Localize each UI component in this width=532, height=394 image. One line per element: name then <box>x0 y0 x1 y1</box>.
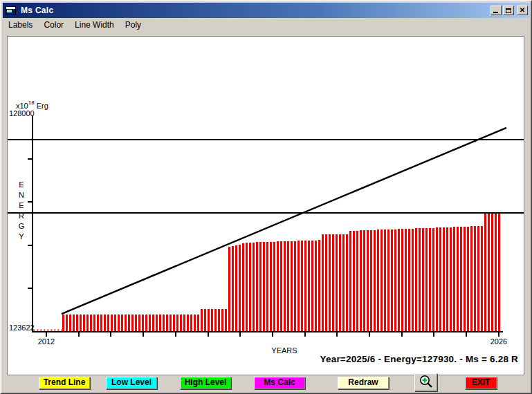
energy-bar <box>118 315 120 331</box>
energy-bar <box>62 315 64 331</box>
energy-bar <box>370 230 372 331</box>
energy-bar <box>232 246 234 331</box>
menu-line-width[interactable]: Line Width <box>75 19 120 31</box>
energy-bar <box>183 315 185 331</box>
energy-bar <box>432 228 434 332</box>
energy-bar <box>253 243 255 332</box>
menu-poly[interactable]: Poly <box>125 19 147 31</box>
high-level-button[interactable]: High Level <box>180 377 231 389</box>
energy-bar <box>208 309 210 331</box>
energy-bar <box>308 241 310 331</box>
x-tick-label-2026: 2026 <box>484 337 514 346</box>
energy-bar <box>228 247 230 331</box>
energy-bar <box>266 242 268 331</box>
energy-bar <box>446 227 448 331</box>
y-axis-max-label: 128000 <box>9 109 35 118</box>
energy-bar <box>287 241 289 331</box>
app-window: Ms Calc ✕ Labels Color Line Width Poly x… <box>0 0 532 394</box>
energy-bar <box>156 315 158 331</box>
energy-bar <box>121 315 123 331</box>
energy-bar <box>322 234 324 331</box>
energy-bar <box>470 226 473 331</box>
energy-bar <box>176 315 178 331</box>
zoom-in-icon <box>419 375 434 390</box>
energy-bar <box>83 315 85 331</box>
low-level-button[interactable]: Low Level <box>106 377 157 389</box>
energy-bar <box>336 234 338 331</box>
energy-bar <box>353 231 355 331</box>
ms-calc-button[interactable]: Ms Calc <box>254 377 305 389</box>
energy-bar <box>291 241 293 331</box>
energy-bar <box>218 309 220 331</box>
redraw-button[interactable]: Redraw <box>338 377 389 389</box>
energy-bar <box>318 240 320 331</box>
energy-bar <box>273 242 275 332</box>
energy-bar <box>377 229 379 331</box>
energy-bar <box>225 309 227 331</box>
energy-bar <box>450 227 452 332</box>
energy-bar <box>367 230 369 331</box>
energy-bar <box>104 315 106 331</box>
minimize-button[interactable] <box>490 6 502 15</box>
energy-bar <box>145 315 147 331</box>
energy-bar <box>66 315 68 331</box>
menu-labels[interactable]: Labels <box>8 19 39 31</box>
energy-bar <box>481 226 483 331</box>
energy-bar <box>329 234 331 331</box>
energy-bar <box>405 229 407 331</box>
close-button[interactable]: ✕ <box>517 6 528 15</box>
energy-bar <box>394 229 396 332</box>
energy-bar <box>246 243 248 331</box>
energy-bar <box>384 229 386 331</box>
energy-bar <box>138 315 140 331</box>
energy-bar <box>163 315 165 331</box>
energy-bar <box>315 241 317 332</box>
energy-bar <box>349 231 351 331</box>
energy-bar <box>180 315 182 331</box>
energy-bar <box>97 315 99 331</box>
energy-bar <box>263 242 265 331</box>
energy-bar <box>457 227 459 331</box>
energy-bar <box>408 229 410 331</box>
energy-bar <box>93 315 95 331</box>
exit-button[interactable]: EXIT <box>465 377 497 389</box>
energy-bar <box>439 227 441 331</box>
energy-bar <box>159 315 161 331</box>
close-icon: ✕ <box>520 7 525 14</box>
minimize-icon <box>493 12 498 13</box>
energy-bar <box>239 245 241 331</box>
energy-bar <box>415 228 417 331</box>
plot-area: x1018 Erg 128000 123622 ENERGY 2012 2026… <box>7 36 524 375</box>
energy-bar <box>69 315 71 331</box>
energy-bar <box>194 315 196 331</box>
energy-bar <box>259 242 262 331</box>
maximize-button[interactable] <box>503 6 514 15</box>
energy-bar <box>374 230 376 331</box>
energy-bar <box>256 242 258 331</box>
energy-bar <box>100 315 102 331</box>
energy-bar <box>187 315 189 331</box>
energy-bar <box>149 315 151 331</box>
energy-bars <box>62 213 500 331</box>
energy-bar <box>346 234 348 331</box>
energy-bar <box>294 241 296 332</box>
app-icon <box>6 6 16 15</box>
zoom-in-button[interactable] <box>414 373 437 391</box>
y-axis-unit-label: x1018 Erg <box>16 100 48 110</box>
energy-bar <box>477 226 479 331</box>
energy-bar <box>111 315 113 331</box>
energy-bar <box>204 309 206 331</box>
energy-bar <box>114 315 116 331</box>
menu-color[interactable]: Color <box>44 19 70 31</box>
energy-bar <box>460 227 462 331</box>
energy-bar <box>221 309 223 331</box>
energy-bar <box>76 315 78 331</box>
trend-line-button[interactable]: Trend Line <box>39 377 90 389</box>
energy-bar <box>277 241 279 331</box>
energy-bar <box>235 245 237 331</box>
energy-bar <box>201 309 203 331</box>
energy-bar <box>173 315 175 331</box>
energy-bar <box>197 315 199 331</box>
energy-bar <box>142 315 144 331</box>
energy-bar <box>301 241 303 331</box>
